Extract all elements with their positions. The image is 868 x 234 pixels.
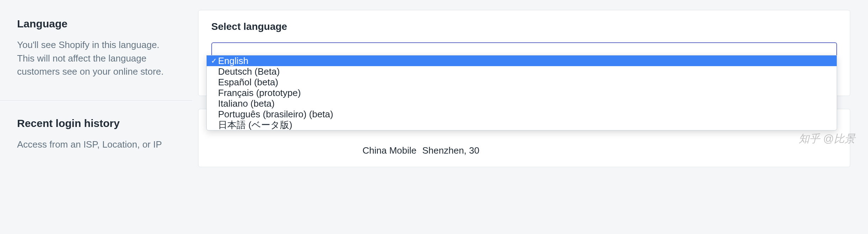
language-option-italiano[interactable]: ✓ Italiano (beta) — [207, 98, 837, 109]
language-dropdown: ✓ English ✓ Deutsch (Beta) ✓ Español (be… — [206, 55, 837, 131]
language-option-label: 日本語 (ベータ版) — [218, 119, 292, 131]
login-history-desc: Access from an ISP, Location, or IP — [17, 138, 181, 151]
language-option-label: Italiano (beta) — [218, 98, 275, 109]
section-divider — [0, 100, 192, 101]
language-option-label: English — [218, 55, 248, 67]
language-section-desc: You'll see Shopify in this language. Thi… — [17, 38, 177, 79]
select-language-title: Select language — [211, 21, 837, 32]
language-option-deutsch[interactable]: ✓ Deutsch (Beta) — [207, 66, 837, 77]
cell-location: Shenzhen, 30 — [422, 145, 837, 156]
language-option-label: Español (beta) — [218, 77, 278, 88]
language-option-francais[interactable]: ✓ Français (prototype) — [207, 87, 837, 98]
cell-ip — [286, 145, 362, 156]
language-section-title: Language — [17, 18, 177, 30]
language-option-english[interactable]: ✓ English — [207, 55, 837, 66]
table-row: China Mobile Shenzhen, 30 — [211, 136, 837, 156]
language-option-label: Deutsch (Beta) — [218, 66, 280, 77]
language-option-label: Português (brasileiro) (beta) — [218, 109, 333, 120]
language-card: Select language ✓ English ✓ Deutsch (Bet… — [198, 10, 850, 96]
check-icon: ✓ — [211, 57, 218, 65]
cell-date — [211, 145, 286, 156]
language-option-label: Français (prototype) — [218, 87, 301, 99]
cell-isp: China Mobile — [362, 145, 422, 156]
login-history-title: Recent login history — [17, 117, 181, 129]
language-option-japanese[interactable]: ✓ 日本語 (ベータ版) — [207, 119, 837, 130]
language-option-espanol[interactable]: ✓ Español (beta) — [207, 77, 837, 87]
language-option-portugues[interactable]: ✓ Português (brasileiro) (beta) — [207, 109, 837, 119]
